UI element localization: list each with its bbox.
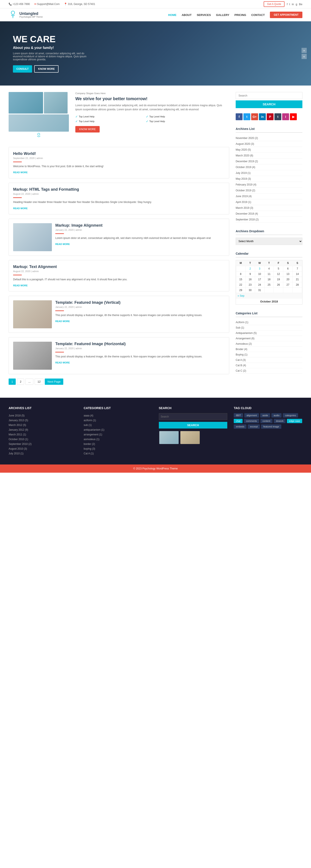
cat-link[interactable]: Arrangement (6) [236,337,254,340]
tag-chat[interactable]: chat [234,419,243,423]
footer-cat-link[interactable]: aciform (1) [84,419,96,422]
footer-archive-link[interactable]: August 2010 (3) [9,447,27,450]
read-more-2[interactable]: READ MORE [13,207,28,210]
twitter-btn[interactable]: t [243,113,250,120]
nav-about[interactable]: ABOUT [182,13,192,17]
quote-button[interactable]: Get A Quote [264,1,284,7]
page-12-btn[interactable]: 12 [35,378,43,385]
footer-search-input[interactable] [159,413,228,420]
cat-link[interactable]: Sub (1) [236,326,244,329]
footer-cat-link[interactable]: arrangement (1) [84,433,102,436]
search-input[interactable] [236,92,302,99]
tag-edge-case[interactable]: edge case [287,419,302,423]
tag-featured-image[interactable]: featured image [261,425,281,429]
tag-embeds[interactable]: embeds [234,425,246,429]
tag-audio[interactable]: audio [271,413,281,417]
cat-link[interactable]: Asmodeus (2) [236,342,252,345]
cat-link[interactable]: Cat C (2) [236,369,246,372]
page-2-btn[interactable]: 2 [17,378,24,385]
footer-archive-link[interactable]: June 2018 (5) [9,414,25,417]
archive-link[interactable]: February 2019 (4) [236,183,256,186]
read-more-5[interactable]: READ MORE [55,320,70,322]
instagram-sidebar-btn[interactable]: I [282,113,289,120]
archive-link[interactable]: May 2020 (5) [236,148,251,151]
nav-gallery[interactable]: GALLERY [216,13,230,17]
archive-link[interactable]: March 2020 (6) [236,154,253,157]
tag-comments[interactable]: comments [244,419,259,423]
footer-search-button[interactable]: SEARCH [159,422,228,429]
next-page-btn[interactable]: Next Page [45,378,64,385]
tumblr-btn[interactable]: t [274,113,281,120]
cat-link[interactable]: Cat A (3) [236,359,246,362]
cat-link[interactable]: Buying (1) [236,353,247,356]
footer-cat-link[interactable]: asmodeus (1) [84,438,99,441]
twitter-icon[interactable]: t [289,3,290,6]
footer-cat-link[interactable]: buying (3) [84,447,95,450]
behance-icon[interactable]: Be [299,3,302,6]
footer-archive-link[interactable]: January 2012 (9) [9,428,28,431]
archive-link[interactable]: November 2020 (2) [236,136,258,140]
footer-cat-link[interactable]: aaaa (4) [84,414,94,417]
footer-cat-link[interactable]: border (2) [84,442,95,445]
footer-cat-link[interactable]: sub (1) [84,424,92,427]
read-more-4[interactable]: READ MORE [13,284,28,287]
search-button[interactable]: SEARCH [236,100,302,108]
footer-archive-link[interactable]: October 2010 (1) [9,438,28,441]
nav-home[interactable]: HOME [168,13,176,17]
tag-dowork[interactable]: dowork [274,419,286,423]
footer-archive-link[interactable]: March 2012 (5) [9,424,26,427]
footer-cat-link[interactable]: antiquarianism (1) [84,428,104,431]
tag-categories[interactable]: categories [283,413,298,417]
tag-excerpt[interactable]: excerpt [248,425,260,429]
footer-archive-link[interactable]: January 2013 (5) [9,419,28,422]
archive-link[interactable]: September 2018 (2) [236,218,259,221]
linkedin-btn[interactable]: in [259,113,266,120]
archive-link[interactable]: October 2019 (4) [236,166,255,169]
read-more-6[interactable]: READ MORE [55,361,70,364]
page-1-btn[interactable]: 1 [9,378,16,385]
googleplus-btn[interactable]: G+ [251,113,258,120]
archive-link[interactable]: April 2019 (1) [236,200,251,204]
cal-day-link[interactable]: 2 [249,267,251,270]
archive-link[interactable]: March 2019 (3) [236,207,253,209]
hero-prev-btn[interactable]: « [302,54,307,59]
google-icon[interactable]: g [296,3,297,6]
nav-services[interactable]: SERVICES [197,13,211,17]
cat-link[interactable]: Broder (4) [236,348,247,351]
consult-button[interactable]: CONSULT [13,65,32,72]
pinterest-btn[interactable]: P [267,113,274,120]
read-more-1[interactable]: READ MORE [13,171,28,174]
nav-pricing[interactable]: PRICING [234,13,246,17]
archive-link[interactable]: October 2019 (2) [236,189,255,192]
cat-link[interactable]: Aciform (1) [236,321,248,324]
cat-link[interactable]: Antiquarianism (5) [236,332,256,335]
facebook-btn[interactable]: f [236,113,243,120]
archive-link[interactable]: June 2019 (4) [236,195,252,198]
archive-link[interactable]: May 2019 (3) [236,177,251,180]
tag-content[interactable]: content [261,419,273,423]
footer-archive-link[interactable]: July 2010 (1) [9,452,24,455]
tag-8bit[interactable]: 8BIT [234,413,243,417]
know-more-about-btn[interactable]: KNOW MORE [75,126,100,132]
hero-next-btn[interactable]: » [302,48,307,53]
footer-archive-link[interactable]: September 2010 (2) [9,442,32,445]
footer-cat-link[interactable]: Cat A (1) [84,452,94,455]
footer-archive-link[interactable]: March 2011 (1) [9,433,26,436]
cal-prev-link[interactable]: « Sep [238,294,244,297]
appointment-button[interactable]: GET APPOINTMENT [270,12,302,18]
facebook-icon[interactable]: f [287,3,287,6]
cat-link[interactable]: Cat B (4) [236,364,246,367]
nav-contact[interactable]: CONTACT [251,13,265,17]
archive-link[interactable]: July 2019 (1) [236,172,250,175]
tag-aside[interactable]: aside [260,413,270,417]
youtube-btn[interactable]: ▶ [290,113,297,120]
tag-alignment[interactable]: alignment [244,413,259,417]
cal-day-link[interactable]: 3 [259,267,261,270]
archive-link[interactable]: December 2018 (4) [236,212,258,215]
instagram-icon[interactable]: in [292,3,294,6]
read-more-3[interactable]: READ MORE [55,243,70,245]
archives-dropdown[interactable]: Select Month November 2020 August 2020 J… [236,238,302,245]
archive-link[interactable]: December 2019 (2) [236,160,258,163]
archive-link[interactable]: August 2020 (3) [236,143,254,146]
know-more-button[interactable]: KNOW MORE [34,65,59,72]
